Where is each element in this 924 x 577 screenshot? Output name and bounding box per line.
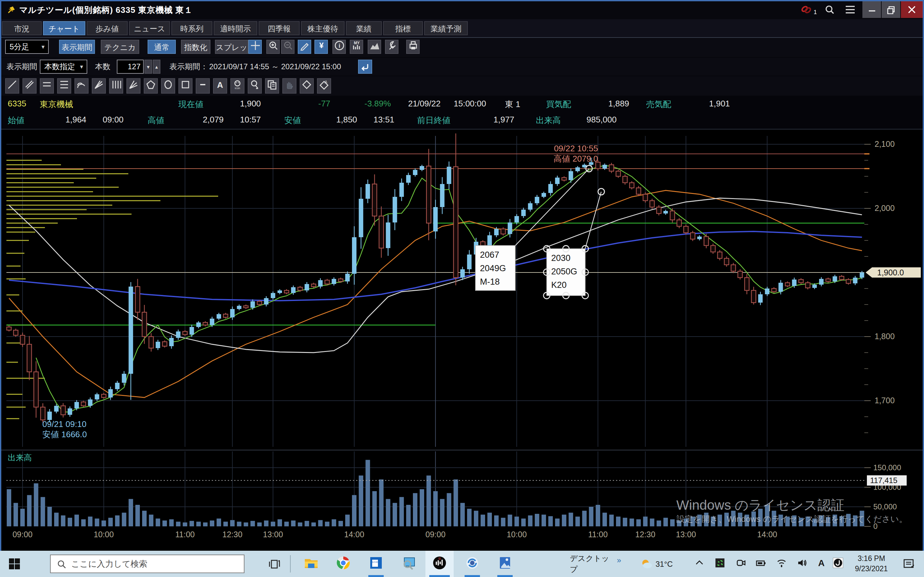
range-value: 2021/09/17 14:55 ～ 2021/09/22 15:00 [209, 61, 341, 73]
dash-tool-button[interactable] [196, 78, 210, 93]
wifi-tray-button[interactable] [772, 551, 790, 577]
task-view-button[interactable] [260, 551, 289, 577]
interval-select[interactable]: 5分足▼ [5, 40, 49, 54]
trading-app-taskbar-button[interactable]: R [425, 551, 454, 577]
led-panel-icon [715, 558, 725, 570]
arcs-tool-button[interactable] [74, 78, 89, 93]
info-button[interactable]: i [333, 40, 346, 54]
start-button[interactable] [0, 551, 28, 577]
svg-text:2067: 2067 [480, 250, 499, 259]
title-bar: マルチツール(個別銘柄) 6335 東京機械 東１ 1 [1, 1, 923, 19]
eraser-all-tool-button[interactable]: A [317, 78, 331, 93]
rect-tool-button[interactable] [178, 78, 192, 93]
my-chart-button[interactable]: MY [350, 40, 363, 54]
tab-四季報[interactable]: 四季報 [258, 21, 300, 35]
svg-text:12:30: 12:30 [635, 530, 656, 539]
tab-ニュース[interactable]: ニュース [129, 21, 170, 35]
tab-指標[interactable]: 指標 [383, 21, 423, 35]
parallel-lines-icon [24, 79, 35, 92]
area-chart-button[interactable] [368, 40, 381, 54]
link-group-icon[interactable]: 1 [799, 1, 818, 18]
battery-tray-button[interactable] [752, 551, 770, 577]
count-stepper-down[interactable]: ▼ [144, 60, 152, 74]
trendline-tool-button[interactable] [5, 78, 19, 93]
text-tool-button[interactable]: A [213, 78, 227, 93]
update-app-taskbar-button[interactable] [458, 551, 486, 577]
desktop-toolbar[interactable]: デスクトップ » [570, 551, 621, 577]
search-input[interactable]: ここに入力して検索 [50, 554, 244, 573]
hamburger-menu-icon[interactable] [841, 1, 860, 18]
ellipse-tool-button[interactable] [161, 78, 175, 93]
eraser-tool-button[interactable] [300, 78, 314, 93]
price-label: 現在値 [178, 99, 204, 110]
candlestick-chart[interactable]: 2,1002,0001,8001,7001,900.0150,000100,00… [1, 129, 923, 551]
hand-icon [284, 79, 294, 92]
count-stepper-up[interactable]: ▲ [153, 60, 160, 74]
tab-時系列[interactable]: 時系列 [171, 21, 212, 35]
ime-a-tray-button[interactable]: A [813, 551, 830, 577]
tab-業績[interactable]: 業績 [346, 21, 382, 35]
camera-tray-button[interactable] [732, 551, 750, 577]
toolbar-button-スプレッド[interactable]: スプレッド [215, 40, 248, 54]
tab-チャート[interactable]: チャート [43, 21, 86, 35]
snip-tool-taskbar-button[interactable] [395, 551, 423, 577]
weather-widget[interactable]: 31°C [636, 551, 676, 577]
zoom-out-button[interactable] [281, 40, 294, 54]
yen-button[interactable]: ¥ [314, 40, 328, 54]
photos-app-taskbar-button[interactable] [491, 551, 519, 577]
hand-tool-button[interactable] [282, 78, 296, 93]
tab-業績予測[interactable]: 業績予測 [424, 21, 468, 35]
chrome-taskbar-button[interactable] [329, 551, 357, 577]
led-panel-tray-button[interactable] [711, 551, 729, 577]
vlines-tool-button[interactable] [109, 78, 123, 93]
toolbar-button-表示期間[interactable]: 表示期間 [59, 40, 95, 54]
period-mode-select[interactable]: 本数指定▼ [40, 60, 87, 74]
reload-period-button[interactable] [358, 60, 372, 74]
ime-mode-tray-button[interactable] [829, 551, 847, 577]
notification-center-button[interactable] [898, 551, 920, 577]
mail-app-taskbar-button[interactable]: 12:00 [362, 551, 390, 577]
overflow-chevron[interactable]: » [617, 556, 621, 564]
file-explorer-taskbar-button[interactable] [296, 551, 325, 577]
volume-tray-button[interactable] [793, 551, 811, 577]
search-icon[interactable] [820, 1, 839, 18]
hlines3-tool-button[interactable] [57, 78, 71, 93]
my-chart-icon: MY [351, 40, 362, 53]
taskbar-clock[interactable]: 3:16 PM 9/23/2021 [848, 553, 895, 574]
tab-適時開示[interactable]: 適時開示 [214, 21, 257, 35]
svg-text:i: i [338, 43, 340, 49]
svg-text:2049G: 2049G [480, 263, 506, 273]
minimize-button[interactable] [863, 1, 881, 18]
dash-icon [198, 79, 208, 92]
temperature-label: 31°C [656, 559, 673, 568]
toolbar-button-テクニカル[interactable]: テクニカル [101, 40, 139, 54]
low-time: 13:51 [373, 115, 394, 124]
fan-lines-tool-button[interactable] [92, 78, 106, 93]
quote-time: 15:00:00 [454, 99, 486, 108]
tab-市況[interactable]: 市況 [2, 21, 42, 35]
svg-text:2,000: 2,000 [875, 203, 895, 213]
parallel-lines-tool-button[interactable] [23, 78, 37, 93]
printer-button[interactable] [406, 40, 420, 54]
pitchfork-tool-button[interactable] [126, 78, 141, 93]
pentagon-tool-button[interactable] [144, 78, 158, 93]
pencil-button[interactable] [298, 40, 311, 54]
toolbar-button-通常[interactable]: 通常 [148, 40, 176, 54]
tab-歩み値[interactable]: 歩み値 [87, 21, 128, 35]
emoticon-tool-button[interactable]: icon [230, 78, 244, 93]
crosshair-button[interactable] [248, 40, 262, 54]
hlines2-tool-button[interactable] [40, 78, 54, 93]
close-button[interactable] [901, 1, 923, 18]
count-input[interactable]: 127 [117, 60, 144, 74]
license-watermark-title: Windows のライセンス認証 [676, 496, 845, 514]
toolbar-button-指数化[interactable]: 指数化 [181, 40, 210, 54]
copy-tool-button[interactable] [265, 78, 279, 93]
restore-button[interactable] [882, 1, 900, 18]
ask-price: 1,901 [709, 99, 730, 108]
tab-株主優待[interactable]: 株主優待 [301, 21, 344, 35]
wifi-icon [776, 558, 787, 570]
pointer-tool-button[interactable] [248, 78, 262, 93]
chevron-up-tray-button[interactable] [690, 551, 708, 577]
wrench-button[interactable] [385, 40, 399, 54]
zoom-in-button[interactable] [266, 40, 280, 54]
